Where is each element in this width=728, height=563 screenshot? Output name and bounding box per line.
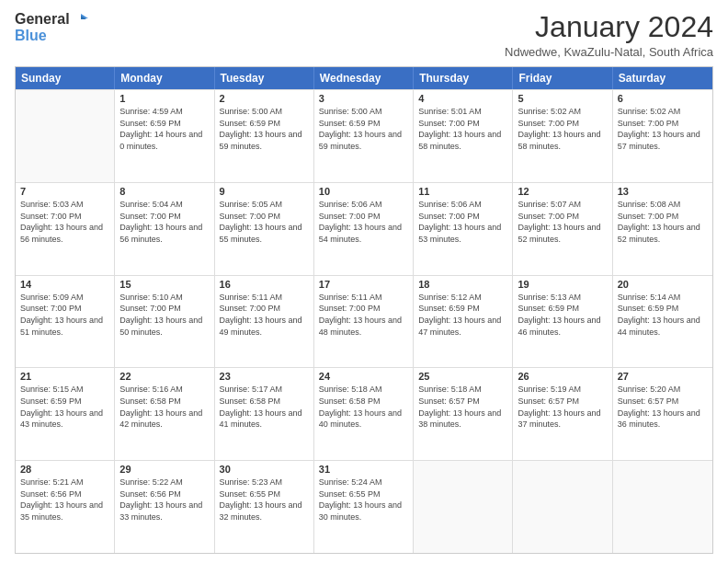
- cal-cell-4: 4 Sunrise: 5:01 AMSunset: 7:00 PMDayligh…: [414, 90, 513, 182]
- cal-cell-27: 27 Sunrise: 5:20 AMSunset: 6:57 PMDaylig…: [613, 368, 712, 460]
- cal-cell-1: 1 Sunrise: 4:59 AMSunset: 6:59 PMDayligh…: [115, 90, 214, 182]
- day-number: 21: [20, 371, 109, 382]
- cal-cell-empty-6: [613, 461, 712, 553]
- cal-cell-23: 23 Sunrise: 5:17 AMSunset: 6:58 PMDaylig…: [215, 368, 314, 460]
- cell-info: Sunrise: 5:14 AMSunset: 6:59 PMDaylight:…: [618, 292, 708, 338]
- day-number: 22: [119, 371, 209, 382]
- cal-cell-8: 8 Sunrise: 5:04 AMSunset: 7:00 PMDayligh…: [115, 183, 214, 275]
- header-day-friday: Friday: [513, 67, 612, 89]
- day-number: 29: [119, 464, 209, 475]
- logo-bird-icon: [72, 11, 88, 28]
- cal-cell-10: 10 Sunrise: 5:06 AMSunset: 7:00 PMDaylig…: [314, 183, 414, 275]
- day-number: 4: [418, 93, 507, 104]
- day-number: 5: [518, 93, 607, 104]
- cal-row-4: 28 Sunrise: 5:21 AMSunset: 6:56 PMDaylig…: [16, 460, 712, 553]
- cal-cell-empty-4: [414, 461, 513, 553]
- cal-row-3: 21 Sunrise: 5:15 AMSunset: 6:59 PMDaylig…: [16, 367, 712, 460]
- day-number: 31: [319, 464, 408, 475]
- day-number: 30: [220, 464, 309, 475]
- logo-blue: Blue: [15, 28, 88, 44]
- cell-info: Sunrise: 5:00 AMSunset: 6:59 PMDaylight:…: [319, 106, 408, 152]
- day-number: 6: [618, 93, 708, 104]
- day-number: 13: [618, 186, 708, 197]
- title-block: January 2024 Ndwedwe, KwaZulu-Natal, Sou…: [505, 11, 713, 59]
- cal-cell-3: 3 Sunrise: 5:00 AMSunset: 6:59 PMDayligh…: [314, 90, 414, 182]
- header-day-thursday: Thursday: [414, 67, 513, 89]
- cal-row-2: 14 Sunrise: 5:09 AMSunset: 7:00 PMDaylig…: [16, 275, 712, 368]
- header-day-saturday: Saturday: [613, 67, 712, 89]
- cal-cell-30: 30 Sunrise: 5:23 AMSunset: 6:55 PMDaylig…: [215, 461, 314, 553]
- logo-general: General: [15, 11, 70, 28]
- cal-cell-28: 28 Sunrise: 5:21 AMSunset: 6:56 PMDaylig…: [16, 461, 115, 553]
- day-number: 27: [618, 371, 708, 382]
- cal-cell-12: 12 Sunrise: 5:07 AMSunset: 7:00 PMDaylig…: [513, 183, 612, 275]
- day-number: 3: [319, 93, 408, 104]
- logo: General Blue: [15, 11, 88, 45]
- cell-info: Sunrise: 5:08 AMSunset: 7:00 PMDaylight:…: [618, 199, 708, 245]
- cal-cell-6: 6 Sunrise: 5:02 AMSunset: 7:00 PMDayligh…: [613, 90, 712, 182]
- cell-info: Sunrise: 5:00 AMSunset: 6:59 PMDaylight:…: [220, 106, 309, 152]
- day-number: 14: [20, 279, 109, 290]
- day-number: 15: [119, 279, 209, 290]
- cell-info: Sunrise: 5:11 AMSunset: 7:00 PMDaylight:…: [220, 292, 309, 338]
- cell-info: Sunrise: 5:18 AMSunset: 6:57 PMDaylight:…: [418, 384, 507, 430]
- cal-cell-5: 5 Sunrise: 5:02 AMSunset: 7:00 PMDayligh…: [513, 90, 612, 182]
- cell-info: Sunrise: 5:13 AMSunset: 6:59 PMDaylight:…: [518, 292, 607, 338]
- cell-info: Sunrise: 5:23 AMSunset: 6:55 PMDaylight:…: [220, 477, 309, 523]
- day-number: 10: [319, 186, 408, 197]
- cell-info: Sunrise: 5:02 AMSunset: 7:00 PMDaylight:…: [618, 106, 708, 152]
- cal-cell-15: 15 Sunrise: 5:10 AMSunset: 7:00 PMDaylig…: [115, 276, 214, 368]
- cal-cell-29: 29 Sunrise: 5:22 AMSunset: 6:56 PMDaylig…: [115, 461, 214, 553]
- day-number: 9: [220, 186, 309, 197]
- cell-info: Sunrise: 5:20 AMSunset: 6:57 PMDaylight:…: [618, 384, 708, 430]
- cal-cell-2: 2 Sunrise: 5:00 AMSunset: 6:59 PMDayligh…: [215, 90, 314, 182]
- day-number: 16: [220, 279, 309, 290]
- header-day-monday: Monday: [115, 67, 214, 89]
- month-title: January 2024: [505, 11, 713, 43]
- cell-info: Sunrise: 5:12 AMSunset: 6:59 PMDaylight:…: [418, 292, 507, 338]
- calendar: SundayMondayTuesdayWednesdayThursdayFrid…: [15, 66, 713, 554]
- cell-info: Sunrise: 5:11 AMSunset: 7:00 PMDaylight:…: [319, 292, 408, 338]
- cell-info: Sunrise: 5:10 AMSunset: 7:00 PMDaylight:…: [119, 292, 209, 338]
- cell-info: Sunrise: 4:59 AMSunset: 6:59 PMDaylight:…: [119, 106, 209, 152]
- cal-cell-17: 17 Sunrise: 5:11 AMSunset: 7:00 PMDaylig…: [314, 276, 414, 368]
- cell-info: Sunrise: 5:06 AMSunset: 7:00 PMDaylight:…: [418, 199, 507, 245]
- day-number: 12: [518, 186, 607, 197]
- cell-info: Sunrise: 5:03 AMSunset: 7:00 PMDaylight:…: [20, 199, 109, 245]
- cell-info: Sunrise: 5:05 AMSunset: 7:00 PMDaylight:…: [220, 199, 309, 245]
- page: General Blue January 2024 Ndwedwe, KwaZu…: [0, 0, 728, 563]
- cell-info: Sunrise: 5:02 AMSunset: 7:00 PMDaylight:…: [518, 106, 607, 152]
- cal-cell-26: 26 Sunrise: 5:19 AMSunset: 6:57 PMDaylig…: [513, 368, 612, 460]
- cell-info: Sunrise: 5:18 AMSunset: 6:58 PMDaylight:…: [319, 384, 408, 430]
- day-number: 28: [20, 464, 109, 475]
- cal-cell-empty-5: [513, 461, 612, 553]
- cell-info: Sunrise: 5:01 AMSunset: 7:00 PMDaylight:…: [418, 106, 507, 152]
- cell-info: Sunrise: 5:16 AMSunset: 6:58 PMDaylight:…: [119, 384, 209, 430]
- calendar-header: SundayMondayTuesdayWednesdayThursdayFrid…: [16, 67, 712, 89]
- cell-info: Sunrise: 5:21 AMSunset: 6:56 PMDaylight:…: [20, 477, 109, 523]
- cal-row-0: 1 Sunrise: 4:59 AMSunset: 6:59 PMDayligh…: [16, 89, 712, 182]
- header-day-tuesday: Tuesday: [215, 67, 314, 89]
- cal-cell-7: 7 Sunrise: 5:03 AMSunset: 7:00 PMDayligh…: [16, 183, 115, 275]
- cell-info: Sunrise: 5:22 AMSunset: 6:56 PMDaylight:…: [119, 477, 209, 523]
- day-number: 23: [220, 371, 309, 382]
- cell-info: Sunrise: 5:17 AMSunset: 6:58 PMDaylight:…: [220, 384, 309, 430]
- cal-cell-13: 13 Sunrise: 5:08 AMSunset: 7:00 PMDaylig…: [613, 183, 712, 275]
- cal-cell-11: 11 Sunrise: 5:06 AMSunset: 7:00 PMDaylig…: [414, 183, 513, 275]
- cal-cell-31: 31 Sunrise: 5:24 AMSunset: 6:55 PMDaylig…: [314, 461, 414, 553]
- cal-cell-18: 18 Sunrise: 5:12 AMSunset: 6:59 PMDaylig…: [414, 276, 513, 368]
- cell-info: Sunrise: 5:24 AMSunset: 6:55 PMDaylight:…: [319, 477, 408, 523]
- header: General Blue January 2024 Ndwedwe, KwaZu…: [15, 11, 713, 59]
- day-number: 1: [119, 93, 209, 104]
- cal-cell-20: 20 Sunrise: 5:14 AMSunset: 6:59 PMDaylig…: [613, 276, 712, 368]
- location: Ndwedwe, KwaZulu-Natal, South Africa: [505, 45, 713, 59]
- day-number: 20: [618, 279, 708, 290]
- cell-info: Sunrise: 5:06 AMSunset: 7:00 PMDaylight:…: [319, 199, 408, 245]
- cell-info: Sunrise: 5:04 AMSunset: 7:00 PMDaylight:…: [119, 199, 209, 245]
- cal-cell-25: 25 Sunrise: 5:18 AMSunset: 6:57 PMDaylig…: [414, 368, 513, 460]
- day-number: 8: [119, 186, 209, 197]
- day-number: 19: [518, 279, 607, 290]
- cell-info: Sunrise: 5:09 AMSunset: 7:00 PMDaylight:…: [20, 292, 109, 338]
- day-number: 7: [20, 186, 109, 197]
- calendar-body: 1 Sunrise: 4:59 AMSunset: 6:59 PMDayligh…: [16, 89, 712, 553]
